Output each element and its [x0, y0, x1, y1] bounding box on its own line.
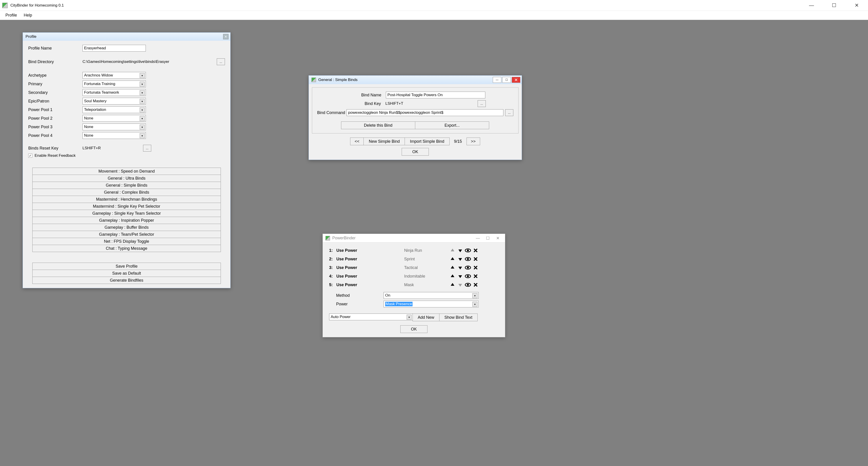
- bind-cmd-label: Bind Command: [317, 110, 346, 115]
- pb-eye-icon[interactable]: [465, 264, 471, 271]
- pb-row-label-1: Use Power: [336, 257, 404, 262]
- field-dropdown-0[interactable]: Arachnos Widow: [83, 72, 146, 79]
- pb-down-icon[interactable]: [457, 273, 463, 280]
- pb-delete-icon[interactable]: [472, 247, 479, 254]
- minimize-button[interactable]: —: [800, 0, 823, 11]
- module-button-4[interactable]: Mastermind : Henchman Bindings: [32, 196, 221, 203]
- reset-feedback-label: Enable Reset Feedback: [35, 153, 75, 158]
- module-button-3[interactable]: General : Complex Binds: [32, 189, 221, 196]
- import-bind-button[interactable]: Import Simple Bind: [405, 138, 450, 145]
- bind-counter: 9/15: [450, 138, 467, 145]
- pb-up-icon[interactable]: [450, 264, 456, 271]
- export-bind-button[interactable]: Export...: [415, 121, 489, 129]
- pb-eye-icon[interactable]: [465, 256, 471, 262]
- field-dropdown-2[interactable]: Fortunata Teamwork: [83, 89, 146, 96]
- reset-feedback-checkbox[interactable]: ✓: [28, 154, 32, 158]
- pb-eye-icon[interactable]: [465, 247, 471, 254]
- pb-delete-icon[interactable]: [472, 256, 479, 262]
- field-dropdown-1[interactable]: Fortunata Training: [83, 81, 146, 87]
- pb-delete-icon[interactable]: [472, 273, 479, 280]
- field-dropdown-4[interactable]: Teleportation: [83, 106, 146, 113]
- pb-power-dropdown[interactable]: Mask Presence: [383, 301, 478, 308]
- menu-help[interactable]: Help: [21, 11, 35, 19]
- pb-up-icon[interactable]: [450, 256, 456, 262]
- maximize-button[interactable]: ☐: [823, 0, 845, 11]
- module-button-2[interactable]: General : Simple Binds: [32, 182, 221, 189]
- pb-up-icon[interactable]: [450, 282, 456, 288]
- action-button-2[interactable]: Generate Bindfiles: [32, 276, 221, 284]
- profile-close-button[interactable]: ✕: [223, 34, 228, 39]
- pb-close-button[interactable]: ✕: [493, 235, 503, 241]
- bind-key-set-button[interactable]: ...: [477, 100, 486, 107]
- pb-showtext-button[interactable]: Show Bind Text: [439, 314, 477, 321]
- sb-maximize-button[interactable]: ☐: [502, 77, 511, 83]
- bind-dir-browse-button[interactable]: ...: [217, 58, 225, 65]
- simple-binds-title-text: General : Simple Binds: [318, 78, 358, 82]
- module-button-8[interactable]: Gameplay : Buffer Binds: [32, 224, 221, 231]
- menu-profile[interactable]: Profile: [2, 11, 20, 19]
- module-button-6[interactable]: Gameplay : Single Key Team Selector: [32, 210, 221, 217]
- pb-maximize-button[interactable]: ☐: [483, 235, 493, 241]
- pb-addnew-button[interactable]: Add New: [412, 314, 439, 321]
- module-button-5[interactable]: Mastermind : Single Key Pet Selector: [32, 203, 221, 210]
- simple-binds-titlebar[interactable]: General : Simple Binds — ☐: [309, 76, 522, 84]
- svg-point-15: [467, 275, 469, 277]
- field-dropdown-3[interactable]: Soul Mastery: [83, 98, 146, 105]
- bind-key-label: Bind Key: [345, 101, 385, 106]
- field-dropdown-5[interactable]: None: [83, 115, 146, 122]
- pb-method-dropdown[interactable]: On: [383, 292, 478, 299]
- profile-window: Profile ✕ Profile Name Bind Directory C:…: [23, 32, 230, 288]
- action-button-0[interactable]: Save Profile: [32, 263, 221, 270]
- module-button-1[interactable]: General : Ultra Binds: [32, 175, 221, 182]
- app-icon: [2, 3, 8, 8]
- reset-key-set-button[interactable]: ...: [143, 145, 151, 151]
- field-label-4: Power Pool 1: [28, 108, 83, 112]
- bind-cmd-input[interactable]: [346, 109, 503, 116]
- field-label-5: Power Pool 2: [28, 116, 83, 121]
- pb-row-label-4: Use Power: [336, 283, 404, 287]
- sb-ok-button[interactable]: OK: [402, 148, 429, 156]
- pb-down-icon[interactable]: [457, 264, 463, 271]
- app-title: CityBinder for Homecoming 0.1: [10, 3, 64, 8]
- bind-cmd-edit-button[interactable]: ...: [505, 109, 513, 116]
- module-button-7[interactable]: Gameplay : Inspiration Popper: [32, 217, 221, 224]
- pb-ok-button[interactable]: OK: [400, 325, 428, 333]
- titlebar: CityBinder for Homecoming 0.1 — ☐ ✕: [0, 0, 868, 11]
- pb-row-power-1: Sprint: [404, 257, 450, 262]
- module-button-10[interactable]: Net : FPS Display Toggle: [32, 238, 221, 245]
- field-label-7: Power Pool 4: [28, 133, 83, 138]
- field-label-3: Epic/Patron: [28, 99, 83, 104]
- reset-key-label: Binds Reset Key: [28, 146, 83, 151]
- pb-delete-icon[interactable]: [472, 264, 479, 271]
- module-button-9[interactable]: Gameplay : Team/Pet Selector: [32, 231, 221, 238]
- pb-delete-icon[interactable]: [472, 282, 479, 288]
- close-button[interactable]: ✕: [845, 0, 868, 11]
- field-dropdown-7[interactable]: None: [83, 132, 146, 139]
- field-dropdown-6[interactable]: None: [83, 123, 146, 130]
- field-label-2: Secondary: [28, 90, 83, 95]
- pb-down-icon[interactable]: [457, 247, 463, 254]
- pb-row-label-3: Use Power: [336, 274, 404, 279]
- pb-eye-icon[interactable]: [465, 273, 471, 280]
- pb-down-icon[interactable]: [457, 256, 463, 262]
- module-button-11[interactable]: Chat : Typing Message: [32, 245, 221, 252]
- module-button-0[interactable]: Movement : Speed on Demand: [32, 168, 221, 175]
- simple-binds-icon: [311, 78, 316, 82]
- next-bind-button[interactable]: >>: [467, 138, 480, 145]
- new-bind-button[interactable]: New Simple Bind: [364, 138, 405, 145]
- prev-bind-button[interactable]: <<: [350, 138, 364, 145]
- sb-minimize-button[interactable]: —: [493, 77, 501, 83]
- pb-row-power-4: Mask: [404, 283, 450, 287]
- profile-titlebar[interactable]: Profile ✕: [23, 33, 230, 41]
- workspace: Profile ✕ Profile Name Bind Directory C:…: [0, 20, 868, 466]
- sb-close-button[interactable]: [512, 77, 520, 83]
- pb-up-icon[interactable]: [450, 273, 456, 280]
- pb-minimize-button[interactable]: —: [473, 235, 483, 241]
- pb-eye-icon[interactable]: [465, 282, 471, 288]
- action-button-1[interactable]: Save as Default: [32, 270, 221, 277]
- pb-addtype-dropdown[interactable]: Auto Power: [329, 314, 413, 320]
- pb-titlebar[interactable]: PowerBinder — ☐ ✕: [323, 234, 505, 242]
- bind-name-input[interactable]: [386, 92, 485, 98]
- profile-name-input[interactable]: [83, 45, 146, 52]
- delete-bind-button[interactable]: Delete this Bind: [341, 121, 415, 129]
